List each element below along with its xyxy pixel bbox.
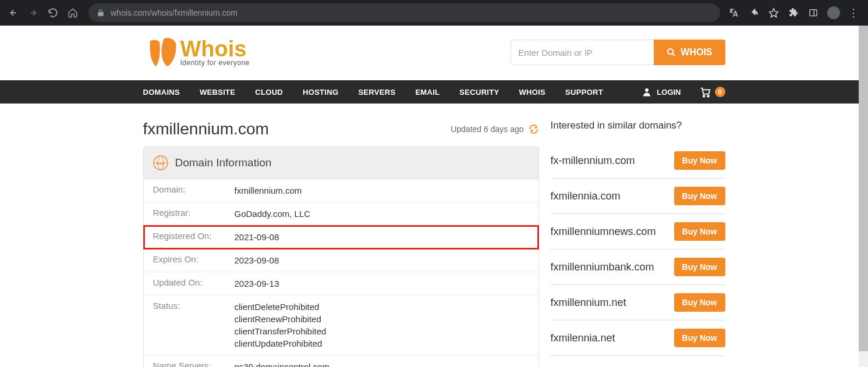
cart-link[interactable]: 0 [699, 85, 725, 98]
share-icon[interactable] [748, 7, 760, 19]
profile-icon[interactable] [827, 6, 840, 19]
similar-row: fxmilennia.comBuy Now [551, 179, 725, 214]
search-form: WHOIS [511, 40, 725, 65]
info-value: fxmillennium.com [235, 184, 302, 197]
similar-domain[interactable]: fx-millennium.com [551, 155, 635, 167]
url-bar[interactable]: whois.com/whois/fxmillennium.com [88, 3, 720, 22]
domain-info-card: www Domain Information Domain:fxmillenni… [143, 147, 539, 367]
main-column: fxmillennium.com Updated 6 days ago www … [143, 120, 539, 367]
panel-icon[interactable] [807, 7, 819, 19]
card-header: www Domain Information [144, 147, 538, 179]
buy-now-button[interactable]: Buy Now [674, 258, 725, 276]
updated-text: Updated 6 days ago [451, 124, 523, 134]
info-row: Updated On:2023-09-13 [144, 272, 538, 295]
info-value: clientDeleteProhibitedclientRenewProhibi… [235, 301, 327, 350]
nav-link-servers[interactable]: SERVERS [358, 88, 395, 97]
info-label: Status: [153, 301, 235, 311]
cart-count: 0 [715, 87, 725, 97]
buy-now-button[interactable]: Buy Now [674, 222, 725, 241]
info-row: Status:clientDeleteProhibitedclientRenew… [144, 295, 538, 355]
info-label: Domain: [153, 184, 235, 194]
home-button[interactable] [65, 5, 80, 20]
info-value: GoDaddy.com, LLC [235, 208, 311, 220]
svg-point-5 [703, 95, 704, 97]
info-label: Name Servers: [153, 361, 235, 367]
whois-button[interactable]: WHOIS [654, 40, 725, 65]
back-button[interactable] [6, 5, 21, 20]
page-body: Whois Identity for everyone WHOIS DOMAIN… [0, 26, 868, 367]
sidebar: Interested in similar domains? fx-millen… [551, 120, 725, 367]
nav-link-hosting[interactable]: HOSTING [303, 88, 338, 97]
info-row: Domain:fxmillennium.com [144, 179, 538, 202]
card-title: Domain Information [175, 156, 272, 169]
star-icon[interactable] [768, 7, 780, 19]
similar-row: fxmillennium.netBuy Now [551, 285, 725, 320]
svg-line-3 [672, 54, 675, 56]
logo[interactable]: Whois Identity for everyone [143, 35, 250, 70]
translate-icon[interactable] [728, 7, 740, 19]
nav-link-domains[interactable]: DOMAINS [143, 88, 180, 97]
extensions-icon[interactable] [788, 7, 799, 19]
site-header: Whois Identity for everyone WHOIS [143, 26, 725, 80]
info-label: Registrar: [153, 208, 235, 218]
lock-icon [97, 9, 105, 17]
similar-row: fxmillenniumnews.comBuy Now [551, 214, 725, 250]
similar-domain[interactable]: fxmilennia.com [551, 190, 621, 202]
nav-link-cloud[interactable]: CLOUD [255, 88, 283, 97]
www-icon: www [153, 155, 168, 170]
info-row: Expires On:2023-09-08 [144, 249, 538, 272]
buy-now-button[interactable]: Buy Now [674, 329, 725, 347]
nav-link-security[interactable]: SECURITY [459, 88, 499, 97]
forward-button[interactable] [26, 5, 41, 20]
similar-row: fxmilennia.netBuy Now [551, 320, 725, 356]
similar-domain[interactable]: fxmilennia.net [551, 332, 615, 344]
similar-domain[interactable]: fxmillenniumbank.com [551, 261, 654, 273]
info-value: 2023-09-08 [235, 254, 279, 266]
updated-info: Updated 6 days ago [451, 124, 538, 134]
scroll-thumb[interactable] [859, 26, 868, 351]
person-icon [642, 87, 652, 97]
whois-button-label: WHOIS [681, 47, 712, 58]
svg-point-4 [645, 88, 649, 92]
url-text: whois.com/whois/fxmillennium.com [111, 8, 712, 17]
info-value: 2023-09-13 [235, 277, 279, 290]
nav-link-whois[interactable]: WHOIS [519, 88, 545, 97]
nav-bar: DOMAINSWEBSITECLOUDHOSTINGSERVERSEMAILSE… [0, 80, 868, 104]
info-label: Registered On: [153, 231, 235, 241]
nav-link-email[interactable]: EMAIL [415, 88, 440, 97]
nav-link-support[interactable]: SUPPORT [565, 88, 603, 97]
scrollbar[interactable] [859, 26, 868, 367]
chrome-right-icons: ⋮ [728, 6, 862, 19]
logo-subtitle: Identity for everyone [180, 59, 250, 67]
domain-title: fxmillennium.com [143, 120, 269, 138]
svg-point-2 [668, 49, 673, 54]
refresh-icon[interactable] [529, 124, 539, 134]
info-row: Registered On:2021-09-08 [144, 226, 538, 249]
similar-row: fx-millennium.comBuy Now [551, 143, 725, 179]
login-label: LOGIN [657, 88, 681, 97]
info-label: Updated On: [153, 277, 235, 287]
content: fxmillennium.com Updated 6 days ago www … [143, 104, 725, 367]
similar-domain[interactable]: fxmillennium.net [551, 297, 626, 309]
svg-text:www: www [155, 162, 164, 165]
similar-title: Interested in similar domains? [551, 120, 725, 131]
menu-icon[interactable]: ⋮ [848, 6, 859, 19]
browser-chrome: whois.com/whois/fxmillennium.com ⋮ [0, 0, 868, 26]
info-row: Registrar:GoDaddy.com, LLC [144, 202, 538, 226]
buy-now-button[interactable]: Buy Now [674, 293, 725, 312]
info-row: Name Servers:ns39.domaincontrol.comns40.… [144, 355, 538, 367]
similar-row: fxmillenniumbank.comBuy Now [551, 250, 725, 285]
info-value: ns39.domaincontrol.comns40.domaincontrol… [235, 361, 330, 367]
search-icon [667, 48, 676, 57]
svg-rect-0 [810, 10, 817, 16]
search-input[interactable] [511, 40, 654, 65]
reload-button[interactable] [45, 5, 61, 20]
login-link[interactable]: LOGIN [642, 87, 681, 97]
similar-domain[interactable]: fxmillenniumnews.com [551, 226, 656, 238]
buy-now-button[interactable]: Buy Now [674, 151, 725, 170]
buy-now-button[interactable]: Buy Now [674, 187, 725, 205]
cart-icon [699, 85, 711, 98]
info-label: Expires On: [153, 254, 235, 264]
nav-link-website[interactable]: WEBSITE [200, 88, 235, 97]
info-value: 2021-09-08 [235, 231, 279, 243]
